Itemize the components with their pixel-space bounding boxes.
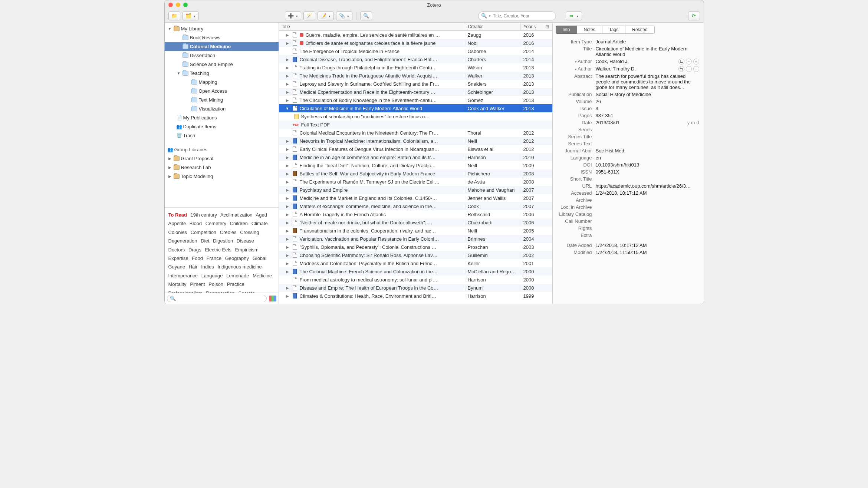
tag[interactable]: Crossing	[240, 230, 259, 235]
quick-search[interactable]: 🔍▾	[478, 11, 556, 20]
field-value[interactable]: 337-351	[596, 113, 699, 118]
disclosure-icon[interactable]: ▶	[285, 270, 290, 274]
tag[interactable]: To Read	[168, 212, 187, 218]
item-row[interactable]: ▶ Colonial Disease, Translation, and Enl…	[279, 55, 552, 63]
field-value[interactable]: 26	[596, 99, 699, 104]
disclosure-icon[interactable]: ▶	[285, 66, 290, 70]
disclosure-icon[interactable]: ▶	[285, 245, 290, 249]
tag[interactable]: Indigenous medicine	[217, 264, 262, 270]
col-title[interactable]: Title	[279, 23, 465, 30]
disclosure-icon[interactable]: ▶	[285, 57, 290, 62]
tag[interactable]: Lemonade	[226, 273, 249, 278]
tag[interactable]: Doctors	[168, 247, 185, 253]
add-creator-button[interactable]: +	[693, 66, 699, 72]
collection-row[interactable]: Dissertation	[165, 51, 279, 60]
tag[interactable]: Cemetery	[206, 221, 226, 226]
tag[interactable]: Children	[230, 221, 248, 226]
tab-related[interactable]: Related	[625, 26, 654, 34]
group-library-row[interactable]: ▶Research Lab	[165, 163, 279, 172]
tag[interactable]: Guyane	[168, 264, 185, 270]
tag-filter-input[interactable]	[178, 296, 263, 301]
disclosure-icon[interactable]: ▶	[285, 139, 290, 143]
group-library-row[interactable]: ▶Topic Modeling	[165, 172, 279, 181]
tag[interactable]: France	[207, 255, 221, 261]
item-row[interactable]: ▶ Psychiatry and Empire Mahone and Vaugh…	[279, 186, 552, 194]
item-row[interactable]: ▶ Trading in Drugs through Philadelphia …	[279, 63, 552, 72]
tag[interactable]: Medicine	[253, 273, 272, 278]
field-value[interactable]: 3	[596, 106, 699, 111]
disclosure-icon[interactable]: ▶	[285, 286, 290, 290]
tag[interactable]: Indies	[201, 264, 214, 270]
tag[interactable]: Competition	[191, 230, 216, 235]
field-value[interactable]: 1/24/2018, 10:17:12 AM	[596, 190, 699, 196]
group-library-row[interactable]: ▶Grant Proposal	[165, 154, 279, 163]
item-row[interactable]: ▶ Matters of exchange: commerce, medicin…	[279, 202, 552, 210]
disclosure-icon[interactable]: ▶	[168, 165, 172, 169]
item-row[interactable]: ▶ Transnationalism in the colonies: Coop…	[279, 227, 552, 235]
tag[interactable]: Blood	[190, 221, 202, 226]
new-library-button[interactable]: 🗂️	[183, 11, 199, 20]
column-chooser-icon[interactable]: ⊞	[545, 24, 549, 29]
item-row[interactable]: ▶ The Circulation of Bodily Knowledge in…	[279, 96, 552, 104]
new-collection-button[interactable]: 📁	[168, 11, 180, 20]
item-row[interactable]: ▶ "Syphilis, Opiomania, and Pederasty": …	[279, 243, 552, 251]
tag[interactable]: Practice	[227, 281, 244, 287]
add-creator-button[interactable]: +	[693, 59, 699, 65]
collection-row[interactable]: Mapping	[165, 78, 279, 86]
remove-creator-button[interactable]: −	[686, 66, 692, 72]
field-value[interactable]: 0951-631X	[596, 169, 699, 175]
tag[interactable]: Global	[253, 255, 267, 261]
tag[interactable]: Aged	[256, 212, 267, 218]
swap-names-button[interactable]: ⇆	[678, 66, 684, 72]
item-row[interactable]: ▶ Climates & Constitutions: Health, Race…	[279, 292, 552, 300]
tag[interactable]: Geography	[225, 255, 249, 261]
disclosure-icon[interactable]: ▶	[285, 155, 290, 159]
item-title-value[interactable]: Circulation of Medicine in the Early Mod…	[596, 46, 699, 57]
tag[interactable]: Food	[192, 255, 203, 261]
disclosure-icon[interactable]: ▶	[285, 33, 290, 37]
locate-button[interactable]: ➡	[566, 11, 582, 20]
tag[interactable]: Diet	[201, 238, 209, 244]
collection-row[interactable]: Colonial Medicine	[165, 42, 279, 51]
disclosure-icon[interactable]: ▶	[285, 221, 290, 225]
item-row[interactable]: ▼ Circulation of Medicine in the Early M…	[279, 104, 552, 112]
tag-color-picker[interactable]	[269, 296, 276, 301]
disclosure-icon[interactable]: ▼	[168, 27, 172, 31]
disclosure-icon[interactable]: ▶	[285, 253, 290, 257]
disclosure-icon[interactable]: ▶	[285, 237, 290, 241]
disclosure-icon[interactable]: ▶	[285, 90, 290, 94]
disclosure-icon[interactable]: ▶	[285, 172, 290, 176]
field-value[interactable]: Soc Hist Med	[596, 148, 699, 154]
disclosure-icon[interactable]: ▶	[168, 174, 172, 178]
tag[interactable]: Drugs	[188, 247, 201, 253]
item-row[interactable]: ▶ Officiers de santé et soignantes créol…	[279, 39, 552, 47]
author-value[interactable]: Walker, Timothy D.⇆−+	[596, 66, 699, 72]
item-row[interactable]: ▶ "Neither of meate nor drinke, but what…	[279, 218, 552, 227]
duplicate-items-row[interactable]: 👥 Duplicate Items	[165, 122, 279, 131]
tag[interactable]: Mortality	[168, 281, 187, 287]
col-creator[interactable]: Creator	[465, 23, 521, 30]
my-publications-row[interactable]: 📄 My Publications	[165, 113, 279, 122]
remove-creator-button[interactable]: −	[686, 59, 692, 65]
abstract-value[interactable]: The search for powerful drugs has caused…	[596, 73, 699, 90]
tab-tags[interactable]: Tags	[602, 26, 625, 34]
disclosure-icon[interactable]: ▶	[285, 147, 290, 151]
tag[interactable]: Climate	[251, 221, 268, 226]
collection-row[interactable]: Open Access	[165, 86, 279, 95]
tag[interactable]: Piment	[190, 281, 205, 287]
item-type-value[interactable]: Journal Article	[596, 39, 699, 44]
item-row[interactable]: ▶ The Colonial Machine: French Science a…	[279, 267, 552, 276]
tag[interactable]: 19th century	[190, 212, 217, 218]
disclosure-icon[interactable]: ▶	[285, 196, 290, 200]
tag[interactable]: Acclimatization	[220, 212, 253, 218]
disclosure-icon[interactable]: ▶	[285, 41, 290, 45]
quick-search-input[interactable]	[493, 13, 553, 19]
item-row[interactable]: ▶ The Experiments of Ramón M. Termeyer S…	[279, 178, 552, 186]
disclosure-icon[interactable]: ▼	[285, 106, 290, 111]
disclosure-icon[interactable]: ▶	[285, 261, 290, 266]
tab-notes[interactable]: Notes	[577, 26, 602, 34]
disclosure-icon[interactable]: ▶	[285, 82, 290, 86]
tag[interactable]: Digestion	[213, 238, 233, 244]
tag[interactable]: Colonies	[168, 230, 187, 235]
disclosure-icon[interactable]: ▶	[285, 180, 290, 184]
